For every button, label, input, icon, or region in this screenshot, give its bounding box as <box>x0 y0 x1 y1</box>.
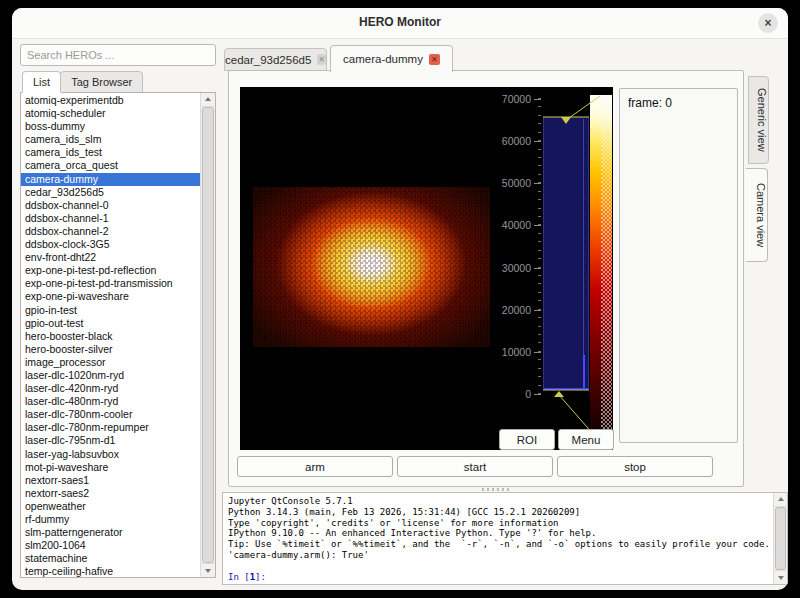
arm-button[interactable]: arm <box>237 456 393 477</box>
list-item-camera-ids-test[interactable]: camera_ids_test <box>21 146 201 159</box>
list-item-ddsbox-channel-0[interactable]: ddsbox-channel-0 <box>21 199 201 212</box>
axis-tick-label: 20000 <box>471 304 531 316</box>
console-line: Python 3.14.3 (main, Feb 13 2026, 15:31:… <box>228 507 771 518</box>
list-item-atomiq-scheduler[interactable]: atomiq-scheduler <box>21 107 201 120</box>
colorbar-gradient[interactable] <box>590 95 612 445</box>
list-item-laser-dlc-795nm-d1[interactable]: laser-dlc-795nm-d1 <box>21 434 201 447</box>
list-item-gpio-out-test[interactable]: gpio-out-test <box>21 317 201 330</box>
list-item-cedar-93d256d5[interactable]: cedar_93d256d5 <box>21 186 201 199</box>
histogram-curve <box>583 119 584 388</box>
list-item-ddsbox-channel-2[interactable]: ddsbox-channel-2 <box>21 225 201 238</box>
sidebar-tabs: ListTag Browser <box>22 71 142 93</box>
console-output: Jupyter QtConsole 5.7.1Python 3.14.3 (ma… <box>228 496 771 582</box>
tab-close-icon[interactable]: ✕ <box>429 54 440 65</box>
title-bar: HERO Monitor × <box>12 8 788 39</box>
list-item-exp-one-pi-test-pd-transmission[interactable]: exp-one-pi-test-pd-transmission <box>21 277 201 290</box>
histogram-baseline <box>544 388 588 390</box>
camera-image[interactable] <box>253 187 490 347</box>
splitter-handle[interactable] <box>482 488 510 491</box>
list-item-laser-dlc-1020nm-ryd[interactable]: laser-dlc-1020nm-ryd <box>21 369 201 382</box>
console-line: 'camera-dummy.arm(): True' <box>228 550 771 561</box>
console-line: Type 'copyright', 'credits' or 'license'… <box>228 518 771 529</box>
hero-list: atomiq-experimentdbatomiq-schedulerboss-… <box>20 92 216 578</box>
scrollbar-thumb[interactable] <box>202 107 214 563</box>
list-item-slm-patterngenerator[interactable]: slm-patterngenerator <box>21 526 201 539</box>
list-item-camera-orca-quest[interactable]: camera_orca_quest <box>21 159 201 172</box>
hero-list-items: atomiq-experimentdbatomiq-schedulerboss-… <box>21 94 201 578</box>
axis-tick-label: 40000 <box>471 219 531 231</box>
axis-tick-label: 0 <box>471 388 531 400</box>
axis-minor-ticks <box>538 98 541 398</box>
list-item-image-processor[interactable]: image_processor <box>21 356 201 369</box>
histogram-peak <box>583 355 585 389</box>
prompt-prefix: In [ <box>228 572 250 582</box>
tab-tag-browser[interactable]: Tag Browser <box>60 71 143 93</box>
histogram-region[interactable] <box>543 117 589 390</box>
list-item-camera-ids-slm[interactable]: camera_ids_slm <box>21 133 201 146</box>
list-item-boss-dummy[interactable]: boss-dummy <box>21 120 201 133</box>
list-item-slm200-1064[interactable]: slm200-1064 <box>21 539 201 552</box>
axis-tick-label: 50000 <box>471 177 531 189</box>
scroll-down-icon[interactable] <box>201 563 215 577</box>
axis-tick-label: 70000 <box>471 93 531 105</box>
document-tab-cedar-93d256d5[interactable]: cedar_93d256d5✕ <box>224 48 327 71</box>
list-item-nextorr-saes2[interactable]: nextorr-saes2 <box>21 487 201 500</box>
window-title: HERO Monitor <box>12 15 788 29</box>
window-close-button[interactable]: × <box>758 13 778 33</box>
view-tab-camera-view[interactable]: Camera view <box>745 168 768 262</box>
list-item-temp-ceiling-hafive[interactable]: temp-ceiling-hafive <box>21 565 201 578</box>
console-line: Jupyter QtConsole 5.7.1 <box>228 496 771 507</box>
list-item-openweather[interactable]: openweather <box>21 500 201 513</box>
scroll-up-icon[interactable] <box>201 93 215 107</box>
list-item-exp-one-pi-waveshare[interactable]: exp-one-pi-waveshare <box>21 290 201 303</box>
start-button[interactable]: start <box>397 456 553 477</box>
frame-info-panel: frame: 0 <box>619 88 738 443</box>
tab-list[interactable]: List <box>22 71 61 93</box>
scrollbar-thumb[interactable] <box>775 507 786 570</box>
tab-close-icon[interactable]: ✕ <box>317 54 326 65</box>
console-line: Tip: Use `%timeit` or `%%timeit`, and th… <box>228 539 771 550</box>
search-input[interactable] <box>20 44 216 66</box>
list-item-atomiq-experimentdb[interactable]: atomiq-experimentdb <box>21 94 201 107</box>
console-scrollbar[interactable] <box>773 493 787 584</box>
roi-button[interactable]: ROI <box>499 429 555 450</box>
frame-counter: frame: 0 <box>620 89 737 117</box>
list-item-laser-dlc-480nm-ryd[interactable]: laser-dlc-480nm-ryd <box>21 395 201 408</box>
list-scrollbar[interactable] <box>200 93 215 577</box>
prompt-suffix: ]: <box>255 572 266 582</box>
app-window: HERO Monitor × ListTag Browser atomiq-ex… <box>12 8 788 590</box>
list-item-mot-pi-waveshare[interactable]: mot-pi-waveshare <box>21 461 201 474</box>
list-item-rf-dummy[interactable]: rf-dummy <box>21 513 201 526</box>
list-item-ddsbox-clock-3g5[interactable]: ddsbox-clock-3G5 <box>21 238 201 251</box>
list-item-camera-dummy[interactable]: camera-dummy <box>21 173 201 186</box>
tab-label: cedar_93d256d5 <box>225 54 311 66</box>
menu-button[interactable]: Menu <box>558 429 614 450</box>
list-item-env-front-dht22[interactable]: env-front-dht22 <box>21 251 201 264</box>
list-item-statemachine[interactable]: statemachine <box>21 552 201 565</box>
list-item-gpio-in-test[interactable]: gpio-in-test <box>21 304 201 317</box>
console-prompt[interactable]: In [1]: <box>228 572 771 583</box>
scroll-up-icon[interactable] <box>774 493 788 507</box>
list-item-nextorr-saes1[interactable]: nextorr-saes1 <box>21 474 201 487</box>
jupyter-console[interactable]: Jupyter QtConsole 5.7.1Python 3.14.3 (ma… <box>222 492 788 585</box>
list-item-hero-booster-black[interactable]: hero-booster-black <box>21 330 201 343</box>
list-item-laser-yag-labsuvbox[interactable]: laser-yag-labsuvbox <box>21 448 201 461</box>
console-line: IPython 9.10.0 -- An enhanced Interactiv… <box>228 528 771 539</box>
list-item-laser-dlc-780nm-cooler[interactable]: laser-dlc-780nm-cooler <box>21 408 201 421</box>
axis-tick-label: 30000 <box>471 262 531 274</box>
list-item-ddsbox-channel-1[interactable]: ddsbox-channel-1 <box>21 212 201 225</box>
list-item-laser-dlc-420nm-ryd[interactable]: laser-dlc-420nm-ryd <box>21 382 201 395</box>
axis-tick-label: 60000 <box>471 135 531 147</box>
view-tab-generic-view[interactable]: Generic view <box>748 76 769 164</box>
list-item-laser-dlc-780nm-repumper[interactable]: laser-dlc-780nm-repumper <box>21 421 201 434</box>
camera-plot[interactable]: 700006000050000400003000020000100000 ROI… <box>240 87 613 450</box>
list-item-hero-booster-silver[interactable]: hero-booster-silver <box>21 343 201 356</box>
scroll-down-icon[interactable] <box>774 570 788 584</box>
stop-button[interactable]: stop <box>557 456 713 477</box>
tab-label: camera-dummy <box>343 53 423 65</box>
axis-tick-label: 10000 <box>471 346 531 358</box>
list-item-exp-one-pi-test-pd-reflection[interactable]: exp-one-pi-test-pd-reflection <box>21 264 201 277</box>
document-tab-camera-dummy[interactable]: camera-dummy✕ <box>330 45 453 72</box>
